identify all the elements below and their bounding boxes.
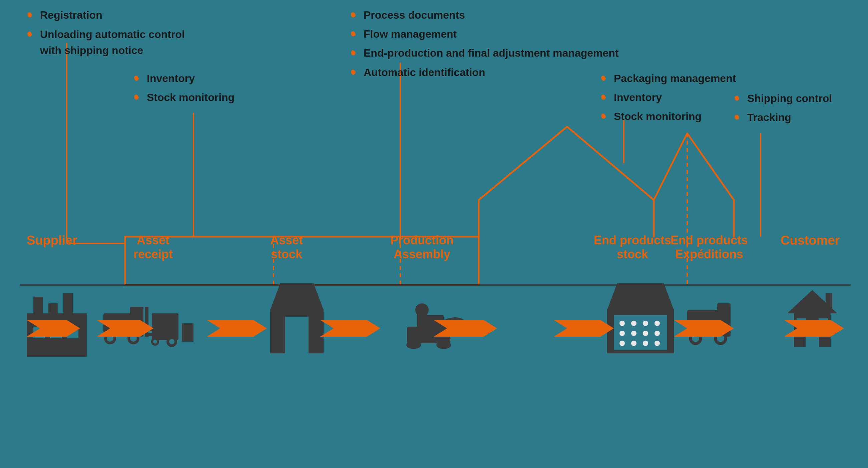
svg-rect-24: [145, 307, 149, 337]
svg-point-47: [619, 331, 625, 336]
svg-point-51: [619, 341, 625, 346]
bullet-unloading: ● Unloading automatic controlwith shippi…: [27, 26, 185, 58]
bullet-inventory-mid: ● Inventory: [133, 70, 235, 87]
svg-point-18: [107, 335, 114, 342]
svg-point-36: [436, 341, 451, 349]
svg-rect-9: [33, 297, 43, 323]
svg-rect-25: [182, 323, 193, 333]
bullet-tracking: ● Tracking: [734, 109, 832, 126]
svg-point-43: [619, 321, 625, 326]
label-end-products-stock: End productsstock: [594, 233, 671, 261]
svg-rect-63: [806, 327, 819, 347]
svg-point-35: [406, 341, 421, 349]
svg-marker-31: [270, 283, 323, 310]
label-customer: Customer: [781, 233, 840, 248]
svg-marker-71: [434, 320, 497, 337]
svg-point-44: [631, 321, 637, 326]
svg-point-19: [127, 332, 140, 344]
svg-rect-8: [27, 313, 87, 357]
svg-point-45: [643, 321, 648, 326]
svg-point-29: [151, 338, 159, 346]
bullet-auto-id: ● Automatic identification: [350, 64, 618, 81]
bullet-registration: ● Registration: [27, 7, 185, 24]
svg-point-53: [643, 341, 648, 346]
right-list: ● Packaging management ● Inventory ● Sto…: [600, 70, 736, 125]
topleft-list: ● Registration ● Unloading automatic con…: [27, 7, 185, 58]
svg-rect-62: [794, 313, 831, 347]
svg-point-27: [166, 336, 177, 347]
svg-rect-65: [818, 318, 828, 327]
bullet-stock-mid: ● Stock monitoring: [133, 89, 235, 106]
svg-rect-64: [797, 318, 806, 327]
svg-marker-68: [97, 320, 153, 337]
svg-marker-61: [787, 290, 837, 313]
svg-point-30: [153, 340, 157, 344]
label-production: ProductionAssembly: [390, 233, 454, 261]
bullet-shipping-control: ● Shipping control: [734, 90, 832, 107]
label-asset-stock: Assetstock: [270, 233, 303, 261]
bullet-stock-right: ● Stock monitoring: [600, 108, 736, 125]
svg-rect-32: [270, 310, 323, 353]
bullet-inventory-right: ● Inventory: [600, 89, 736, 106]
label-end-products-exp: End productsExpéditions: [671, 233, 748, 261]
svg-point-46: [654, 321, 660, 326]
svg-point-52: [631, 341, 637, 346]
svg-marker-70: [320, 320, 380, 337]
svg-point-49: [643, 331, 648, 336]
svg-point-58: [692, 335, 699, 342]
svg-point-38: [415, 303, 429, 317]
svg-rect-11: [63, 293, 73, 323]
topcenter-list: ● Process documents ● Flow management ● …: [350, 7, 618, 81]
svg-point-20: [130, 335, 137, 342]
svg-rect-22: [145, 333, 152, 336]
svg-rect-14: [67, 327, 79, 338]
bullet-end-production: ● End-production and final adjustment ma…: [350, 45, 618, 62]
svg-rect-56: [717, 303, 731, 322]
svg-point-57: [689, 332, 702, 345]
midleft-list: ● Inventory ● Stock monitoring: [133, 70, 235, 106]
svg-point-50: [654, 331, 660, 336]
bullet-flow: ● Flow management: [350, 26, 618, 43]
label-supplier: Supplier: [27, 233, 78, 248]
svg-point-28: [169, 339, 175, 344]
svg-rect-10: [49, 303, 58, 323]
main-container: ● Registration ● Unloading automatic con…: [0, 0, 868, 468]
svg-point-54: [654, 341, 660, 346]
svg-marker-72: [554, 320, 614, 337]
svg-rect-16: [130, 307, 144, 323]
svg-point-17: [104, 332, 116, 344]
svg-rect-55: [687, 310, 731, 337]
label-asset-receipt: Assetreceipt: [133, 233, 173, 261]
svg-rect-42: [614, 315, 667, 350]
svg-rect-13: [50, 327, 62, 338]
svg-marker-69: [207, 320, 267, 337]
svg-rect-26: [182, 332, 193, 342]
svg-rect-21: [152, 313, 179, 340]
svg-marker-74: [784, 320, 844, 337]
svg-rect-39: [417, 313, 427, 323]
svg-marker-40: [607, 283, 674, 310]
svg-rect-34: [407, 327, 451, 343]
svg-point-59: [714, 332, 727, 345]
svg-rect-41: [607, 310, 674, 353]
svg-rect-33: [285, 317, 309, 353]
svg-rect-12: [33, 327, 45, 338]
svg-marker-73: [674, 320, 734, 337]
svg-rect-66: [826, 293, 832, 308]
svg-rect-23: [145, 328, 152, 331]
svg-point-60: [717, 335, 724, 342]
farright-list: ● Shipping control ● Tracking: [734, 90, 832, 126]
svg-rect-37: [417, 315, 444, 330]
svg-point-48: [631, 331, 637, 336]
svg-rect-15: [103, 313, 144, 337]
bullet-packaging: ● Packaging management: [600, 70, 736, 87]
bullet-process-docs: ● Process documents: [350, 7, 618, 24]
svg-marker-67: [27, 320, 80, 337]
